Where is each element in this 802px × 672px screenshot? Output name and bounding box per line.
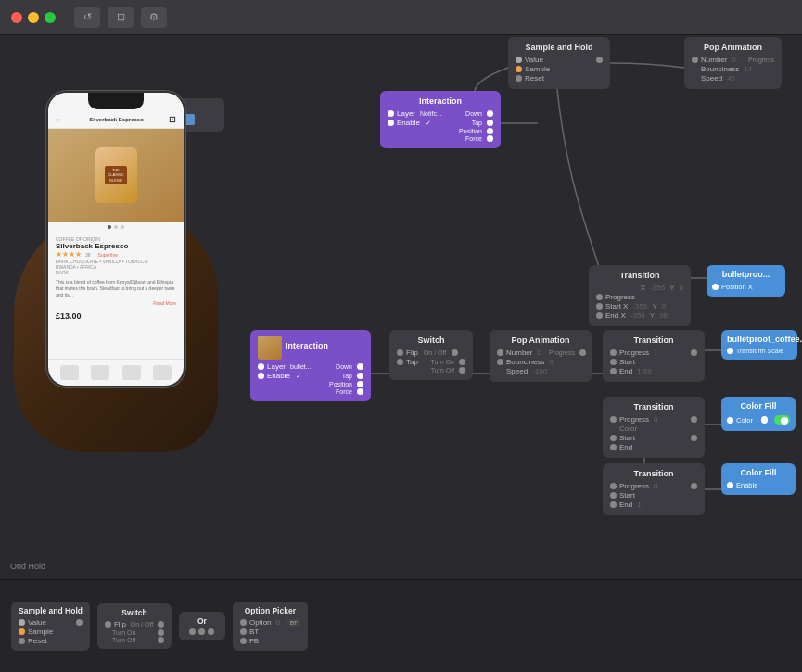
bp1-dot	[712, 284, 719, 290]
bulletproof-2-scale: Transform Scale	[727, 348, 792, 354]
switch-flip: Flip On / Off	[397, 349, 465, 357]
bulletproof-1-pos: Position X	[712, 283, 780, 291]
t4-start-dot	[610, 492, 617, 499]
interaction-top-enable: Enable ✓ Tap	[388, 119, 493, 127]
close-button[interactable]	[11, 12, 22, 23]
shb-value: Value	[19, 618, 83, 627]
shb-reset-dot	[19, 638, 25, 644]
panim-num-dot	[497, 349, 503, 356]
nav-icon-2[interactable]	[91, 365, 109, 380]
op-bt: BT	[240, 628, 300, 636]
phone-dots	[48, 222, 184, 233]
panim-bounce: Bounciness 0	[497, 358, 584, 366]
t4-prog-dot	[610, 483, 617, 489]
swb-toff-dot	[158, 637, 164, 643]
pop-anim-mid-node: Pop Animation Number 0 Progress Bouncine…	[490, 330, 592, 382]
maximize-button[interactable]	[45, 12, 56, 23]
nav-icon-3[interactable]	[122, 365, 141, 380]
layer-dot	[388, 110, 394, 117]
switch-mid-title: Switch	[397, 336, 465, 345]
t2-start: Start	[610, 358, 697, 366]
interaction-top-node: Interaction Layer Notifc... Down Enable …	[380, 91, 501, 148]
t3-end-dot	[610, 444, 617, 450]
cf1-color: Color	[727, 414, 790, 425]
im-force-dot	[357, 388, 363, 395]
color-fill-toggle[interactable]	[774, 415, 790, 425]
interaction-mid-title: Interaction	[286, 341, 363, 350]
t4-end: End 1	[610, 501, 697, 509]
color-fill-1-node: Color Fill Color	[721, 397, 796, 431]
phone-roast: DARK	[56, 270, 176, 275]
nav-icon-4[interactable]	[153, 365, 172, 380]
interaction-thumb	[258, 336, 282, 360]
transition-4-node: Transition Progress 0 Start End 1	[603, 463, 705, 515]
phone-rating: 36	[85, 252, 91, 258]
interaction-top-layer: Layer Notifc... Down	[388, 109, 493, 118]
flip-dot	[397, 349, 403, 356]
swb-flip-r	[158, 621, 164, 628]
interaction-mid-layer: Layer bullet... Down	[258, 362, 363, 371]
phone-mockup: ← Silverback Espresso ⊡ THECLASSICBLEND …	[28, 91, 199, 443]
t1-progress: Progress	[596, 293, 683, 301]
minimize-button[interactable]	[28, 12, 39, 23]
transition-1-title: Transition	[596, 271, 683, 280]
t2-end: End 1.68	[610, 367, 697, 375]
nav-icon-1[interactable]	[60, 365, 79, 380]
swb-flip-dot	[105, 621, 111, 628]
down-dot	[487, 110, 493, 117]
sample-hold-top-node: Sample and Hold Value Sample Reset	[508, 37, 610, 89]
color-fill-1-title: Color Fill	[727, 401, 790, 411]
pop-anim-mid-title: Pop Animation	[497, 336, 584, 345]
enable-checkbox[interactable]: ✓	[425, 119, 433, 127]
swb-flip: Flip On / Off	[105, 620, 164, 628]
phone-product-image: THECLASSICBLEND	[48, 129, 184, 222]
screen-icon[interactable]: ⊡	[108, 7, 134, 28]
bt-tag: BT	[287, 619, 300, 627]
t3-prog-r	[691, 416, 697, 423]
panim-prog-dot	[579, 349, 586, 356]
phone-read-more[interactable]: Read More	[153, 300, 176, 306]
phone-description: This is a blend of coffee from Kenya/Dji…	[48, 279, 184, 298]
or-dot-1	[189, 628, 196, 635]
t3-prog-dot	[610, 416, 617, 423]
or-node: Or	[179, 612, 225, 640]
pos-dot	[487, 128, 493, 134]
t1-startx: Start X -356 Y 0	[596, 302, 683, 311]
refresh-icon[interactable]: ↺	[74, 7, 100, 28]
shb-title: Sample and Hold	[19, 606, 83, 615]
im-layer-dot	[258, 363, 264, 370]
t3-start: Start	[610, 434, 697, 442]
product-bag-label: THECLASSICBLEND	[105, 166, 126, 184]
force-dot	[487, 135, 493, 142]
phone-reviews-link[interactable]: Superfine	[98, 252, 118, 258]
sample-hold-reset: Reset	[516, 74, 603, 82]
swb-turnoff: Turn Off	[105, 637, 164, 643]
tap-dot-s	[397, 359, 403, 365]
im-enable-checkbox[interactable]: ✓	[295, 372, 303, 380]
turnon-dot	[459, 359, 465, 365]
t1-start-dot	[596, 303, 603, 310]
bp2-dot	[727, 348, 733, 354]
t1-end-dot	[596, 312, 603, 319]
option-picker-node: Option Picker Option 0 BT BT FB	[233, 602, 308, 651]
interaction-mid-node: Interaction Layer bullet... Down Enable …	[250, 330, 371, 401]
titlebar-icons: ↺ ⊡ ⚙	[74, 7, 167, 28]
t3-color: Color	[610, 425, 697, 433]
product-bag: THECLASSICBLEND	[95, 147, 137, 203]
transition-3-title: Transition	[610, 402, 697, 412]
switch-turnoff: Turn Off	[397, 367, 465, 374]
shb-reset: Reset	[19, 637, 83, 645]
op-title: Option Picker	[240, 606, 300, 615]
settings-icon[interactable]: ⚙	[141, 7, 167, 28]
tap-dot	[487, 120, 493, 126]
transition-3-node: Transition Progress 0 Color Start End	[603, 397, 705, 458]
turnoff-dot	[459, 367, 465, 374]
color-circle	[759, 414, 770, 425]
value-dot-right	[596, 57, 603, 63]
im-pos-dot	[357, 381, 363, 387]
sample-dot	[516, 66, 522, 72]
op-fb: FB	[240, 637, 300, 645]
pop-bounciness: Bounciness 14	[692, 65, 774, 73]
bulletproof-1-node: bulletproo... Position X	[707, 265, 785, 297]
t4-start: Start	[610, 491, 697, 500]
